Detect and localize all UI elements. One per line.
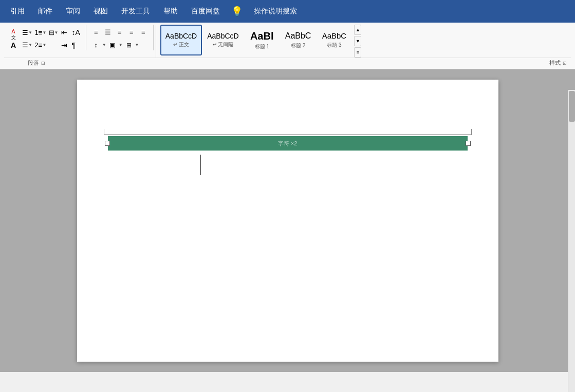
table-cell-text: 字符 ×2 (278, 140, 298, 147)
lightbulb-icon: 💡 (227, 3, 247, 20)
paragraph-expand-icon[interactable]: ⊡ (41, 61, 45, 66)
style-heading1-preview: AaBl (250, 30, 274, 42)
align-right-btn[interactable]: ≡ (114, 27, 125, 38)
table-top-border (104, 134, 472, 135)
table-row[interactable]: 字符 ×2 (108, 136, 468, 151)
indent-decrease-btn[interactable]: ⇤ (60, 26, 69, 39)
style-no-space[interactable]: AaBbCcD ↵ 无间隔 (202, 25, 244, 55)
bullet-list-btn[interactable]: ☰ ▼ ☰ ▼ (22, 26, 33, 51)
menu-mail[interactable]: 邮件 (32, 4, 59, 19)
sort-pilcrow-controls: ↕A ¶ (70, 26, 81, 51)
menu-help[interactable]: 帮助 (157, 4, 184, 19)
align-left-btn[interactable]: ≡ (90, 27, 102, 38)
styles-section-label: 样式 (549, 59, 561, 67)
style-heading3-label: 标题 3 (327, 42, 341, 49)
style-normal-label: ↵ 正文 (173, 41, 189, 48)
ribbon: A 文 A ☰ ▼ ☰ ▼ (0, 23, 575, 69)
styles-gallery: AaBbCcD ↵ 正文 AaBbCcD ↵ 无间隔 AaBl 标题 1 AaB… (156, 25, 571, 58)
style-normal[interactable]: AaBbCcD ↵ 正文 (160, 25, 202, 55)
numbered-list-btn[interactable]: 1≡ ▼ 2≡ ▼ (34, 26, 47, 51)
multilevel-list-btn[interactable]: ⊟ ▼ (48, 26, 59, 51)
gallery-expand[interactable]: ≡ (354, 47, 361, 58)
line-spacing-btn[interactable]: ↕ (90, 40, 102, 51)
ruler-tick-left (104, 129, 104, 135)
resize-handle-right[interactable] (466, 141, 471, 146)
style-heading1-label: 标题 1 (255, 43, 269, 50)
shading-btn[interactable]: ▣ (107, 40, 118, 51)
style-heading1[interactable]: AaBl 标题 1 (244, 25, 280, 55)
text-cursor (200, 155, 201, 175)
paragraph-section-label: 段落 (28, 59, 39, 67)
document-area[interactable]: 字符 ×2 (0, 69, 575, 372)
style-normal-preview: AaBbCcD (165, 32, 197, 41)
style-heading3-preview: AaBbC (322, 31, 347, 41)
sort-btn[interactable]: ↕A (70, 26, 81, 39)
align-distribute-btn[interactable]: ≡ (138, 27, 149, 38)
indent-controls: ⇤ ⇥ (60, 26, 69, 51)
section-labels: 段落 ⊡ 样式 ⊡ (4, 58, 571, 68)
style-no-space-preview: AaBbCcD (207, 32, 238, 41)
menu-view[interactable]: 视图 (87, 4, 114, 19)
menu-bar: 引用 邮件 审阅 视图 开发工具 帮助 百度网盘 💡 操作说明搜索 (0, 0, 575, 23)
borders-btn[interactable]: ⊞ (123, 40, 135, 51)
menu-devtools[interactable]: 开发工具 (115, 4, 156, 19)
menu-baidu[interactable]: 百度网盘 (185, 4, 226, 19)
pilcrow-btn[interactable]: ¶ (70, 39, 81, 51)
style-heading2-label: 标题 2 (291, 42, 305, 49)
gallery-scroll-down[interactable]: ▼ (354, 36, 361, 46)
style-heading2[interactable]: AaBbC 标题 2 (280, 25, 317, 55)
scrollbar-right[interactable] (568, 90, 575, 392)
font-section: A 文 A ☰ ▼ ☰ ▼ (4, 25, 84, 58)
indent-increase-btn[interactable]: ⇥ (60, 39, 69, 51)
style-no-space-label: ↵ 无间隔 (213, 41, 234, 48)
style-heading2-preview: AaBbC (285, 31, 311, 41)
align-justify-btn[interactable]: ≡ (126, 27, 137, 38)
resize-handle-left[interactable] (105, 141, 110, 146)
style-heading3[interactable]: AaBbC 标题 3 (316, 25, 352, 55)
alignment-section: ≡ ☰ ≡ ≡ ≡ ↕ ▼ ▣ ▼ ⊞ ▼ (88, 25, 151, 58)
font-btn-group[interactable]: A 文 A (6, 26, 21, 51)
ruler-tick-right (471, 129, 472, 135)
menu-cite[interactable]: 引用 (4, 4, 31, 19)
document-page[interactable]: 字符 ×2 (77, 80, 498, 362)
menu-review[interactable]: 审阅 (60, 4, 86, 19)
gallery-scroll-up[interactable]: ▲ (354, 25, 361, 35)
styles-expand-icon[interactable]: ⊡ (563, 61, 567, 66)
scrollbar-thumb[interactable] (569, 91, 575, 122)
align-center-btn[interactable]: ☰ (102, 27, 114, 38)
menu-search[interactable]: 操作说明搜索 (248, 4, 303, 19)
gallery-scroll-controls: ▲ ▼ ≡ (354, 25, 361, 58)
document-content[interactable]: 字符 ×2 (108, 136, 468, 239)
